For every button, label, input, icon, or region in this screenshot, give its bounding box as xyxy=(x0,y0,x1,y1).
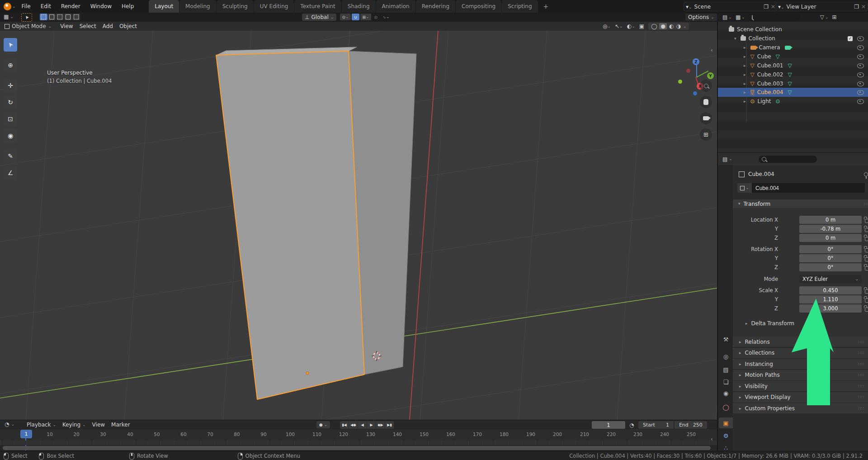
view-layer-browse-icon[interactable]: ▾⌄ xyxy=(778,4,784,10)
viewport-3d[interactable]: User Perspective (1) Collection | Cube.0… xyxy=(0,31,717,420)
workspace-tab[interactable]: Shading xyxy=(342,0,376,13)
tool-measure[interactable]: ∠ xyxy=(4,166,17,180)
marker-menu[interactable]: Marker xyxy=(108,420,133,429)
start-frame-field[interactable]: Start1 xyxy=(638,421,674,429)
proportional-falloff-dropdown[interactable]: ∿⌄ xyxy=(381,14,392,20)
gizmo-neg-z[interactable] xyxy=(693,91,697,95)
gizmo-z-axis[interactable]: Z xyxy=(693,58,699,65)
select-mode-extend[interactable] xyxy=(48,14,56,20)
new-scene-icon[interactable]: ❐ xyxy=(764,4,769,10)
outliner-filter-button[interactable]: ▽⌄ xyxy=(820,14,829,20)
workspace-tab[interactable]: Layout xyxy=(149,0,179,13)
tool-move[interactable]: ✛ xyxy=(4,79,17,92)
properties-tab-modifiers[interactable]: ⚙ xyxy=(719,430,733,441)
region-collapse-arrow[interactable]: ‹ xyxy=(711,47,713,53)
ortho-toggle-button[interactable]: ⊞ xyxy=(700,128,712,141)
playback-button[interactable]: ◀◆ xyxy=(349,421,358,429)
workspace-tab[interactable]: Compositing xyxy=(456,0,501,13)
rotation-y-field[interactable]: 0° xyxy=(799,254,862,262)
pivot-point-dropdown[interactable]: ⊙⌄ xyxy=(340,14,351,20)
lock-icon[interactable] xyxy=(865,228,868,232)
workspace-tab[interactable]: Scripting xyxy=(502,0,538,13)
property-section-header[interactable]: ▸ Viewport Display ∷∷ xyxy=(733,392,868,403)
outliner-row-light[interactable]: ▸ ⊙ Light ⊙ xyxy=(718,97,868,106)
expand-icon[interactable]: ▸ xyxy=(744,81,746,86)
rotation-z-field[interactable]: 0° xyxy=(799,263,862,271)
hide-icon[interactable] xyxy=(857,36,864,41)
playback-button[interactable]: ▮◀ xyxy=(340,421,349,429)
properties-tab-scene[interactable]: ◉ xyxy=(719,388,733,398)
shading-dropdown-icon[interactable]: ⌄ xyxy=(683,24,687,28)
property-section-header[interactable]: ▸ Visibility ∷∷ xyxy=(733,381,868,391)
viewport-menu-item[interactable]: Object xyxy=(116,22,140,31)
select-mode-intersect[interactable] xyxy=(72,14,80,20)
add-workspace-button[interactable]: + xyxy=(538,0,554,13)
gizmo-neg-x[interactable] xyxy=(686,69,690,73)
properties-tab-tool[interactable]: ⚒ xyxy=(719,334,733,345)
drag-dots-icon[interactable]: ∷∷ xyxy=(864,202,868,206)
outliner-row-cube[interactable]: ▸ ▽ Cube ▽ xyxy=(718,52,868,61)
playback-button[interactable]: ▶ xyxy=(367,421,376,429)
rotation-x-field[interactable]: 0° xyxy=(799,245,862,253)
scene-selector[interactable]: ▾⌄ Scene ❐ ✕ xyxy=(684,2,778,11)
view-menu[interactable]: View xyxy=(89,420,108,429)
chevron-down-icon[interactable]: ⌄ xyxy=(12,5,16,9)
hide-icon[interactable] xyxy=(857,90,864,95)
playback-menu[interactable]: Playback ⌄ xyxy=(24,420,59,429)
outliner-row-scene-collection[interactable]: Scene Collection xyxy=(718,25,868,34)
viewport-menu-item[interactable]: View xyxy=(57,22,76,31)
lock-icon[interactable] xyxy=(865,266,868,270)
lock-icon[interactable] xyxy=(865,237,868,241)
menu-item[interactable]: Edit xyxy=(36,0,56,13)
hide-icon[interactable] xyxy=(857,63,864,68)
drag-dots-icon[interactable]: ∷∷ xyxy=(859,373,864,377)
properties-editor-type-button[interactable]: ▤⌄ xyxy=(722,156,732,162)
zoom-button[interactable] xyxy=(700,80,712,92)
cube-object[interactable] xyxy=(216,47,416,399)
workspace-tab[interactable]: Texture Paint xyxy=(294,0,341,13)
hide-icon[interactable] xyxy=(857,81,864,86)
scene-browse-icon[interactable]: ▾⌄ xyxy=(686,4,692,10)
select-mode-subtract[interactable] xyxy=(56,14,64,20)
rotation-mode-dropdown[interactable]: XYZ Euler⌄ xyxy=(799,275,862,283)
expand-icon[interactable]: ▾ xyxy=(734,36,736,41)
xray-toggle[interactable]: ▣ xyxy=(639,23,644,29)
properties-search-input[interactable] xyxy=(769,156,811,162)
properties-tab-view-layer[interactable]: ❏ xyxy=(719,376,733,387)
gizmo-neg-y[interactable] xyxy=(678,80,682,84)
scale-z-field[interactable]: 3.000 xyxy=(799,304,862,313)
playback-button[interactable]: ◀ xyxy=(358,421,367,429)
keying-menu[interactable]: Keying ⌄ xyxy=(59,420,89,429)
object-type-visibility-dropdown[interactable]: ◎⌄ xyxy=(603,23,611,29)
outliner-row-cube-002[interactable]: ▸ ▽ Cube.002 ▽ xyxy=(718,70,868,79)
new-collection-button[interactable]: ⊞ xyxy=(832,14,837,20)
drag-dots-icon[interactable]: ∷∷ xyxy=(859,351,864,355)
gizmos-dropdown[interactable]: ↖⌄ xyxy=(615,23,623,29)
outliner-row-cube-001[interactable]: ▸ ▽ Cube.001 ▽ xyxy=(718,61,868,70)
workspace-tab[interactable]: Rendering xyxy=(416,0,455,13)
viewport-menu-item[interactable]: Add xyxy=(99,22,116,31)
hide-icon[interactable] xyxy=(857,72,864,77)
scene-name[interactable]: Scene xyxy=(694,4,711,10)
tool-cursor[interactable]: ⊕ xyxy=(4,58,17,72)
camera-view-button[interactable] xyxy=(700,112,712,124)
expand-icon[interactable]: ▸ xyxy=(744,99,746,104)
outliner-row-cube-004-active[interactable]: ▸ ▽ Cube.004 ▽ xyxy=(718,88,868,97)
lock-icon[interactable] xyxy=(865,308,868,312)
outliner-row-collection[interactable]: ▾ Collection ✓ xyxy=(718,34,868,43)
snap-target-dropdown[interactable]: ⊞⌄ xyxy=(360,14,371,20)
properties-search[interactable] xyxy=(759,156,817,163)
transform-orientation-dropdown[interactable]: ⊥ Global ⌄ xyxy=(302,14,336,21)
lock-icon[interactable] xyxy=(865,299,868,303)
scale-y-field[interactable]: 1.110 xyxy=(799,295,862,304)
view-layer-selector[interactable]: ▾⌄ View Layer ❐ ✕ xyxy=(776,2,868,11)
outliner-scene-dropdown[interactable]: ▦⌄ xyxy=(736,14,745,20)
overlays-dropdown[interactable]: ◐⌄ xyxy=(627,23,635,29)
snap-toggle[interactable]: ∪ xyxy=(352,14,359,20)
menu-item[interactable]: Help xyxy=(117,0,139,13)
properties-tab-output[interactable]: ▤ xyxy=(719,364,733,375)
location-y-field[interactable]: -0.78 m xyxy=(799,225,862,233)
lock-icon[interactable] xyxy=(865,257,868,261)
view-layer-name[interactable]: View Layer xyxy=(787,4,816,10)
remove-view-layer-icon[interactable]: ✕ xyxy=(861,4,866,10)
